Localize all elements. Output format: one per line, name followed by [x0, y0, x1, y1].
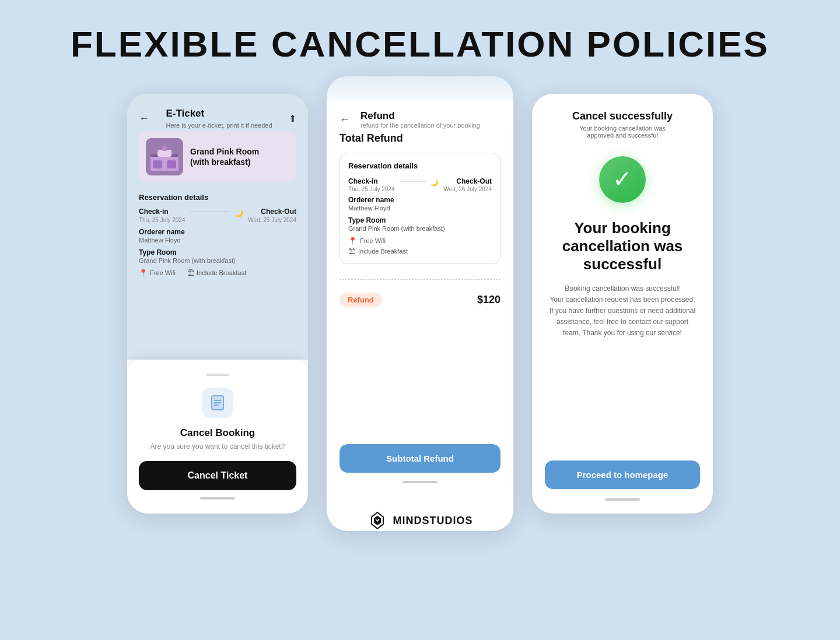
- phone2-top-blur: [327, 76, 513, 100]
- phone2-checkin-date: Thu, 25 July 2024: [348, 186, 395, 192]
- phone2-total-refund-title: Total Refund: [340, 132, 501, 145]
- phone1-title: E-Ticket: [166, 108, 272, 119]
- phone3-home-bar: [605, 498, 640, 501]
- phone1-nav: ← E-Ticket Here is your e-ticket, print …: [139, 108, 296, 129]
- phone1-check-row: Check-in Thu, 25 July 2024 🌙 Check-Out W…: [139, 208, 296, 223]
- phone2-breakfast-icon: ⛱: [348, 247, 355, 255]
- phone2-refund-row: Refund $120: [340, 287, 501, 313]
- subtotal-refund-button[interactable]: Subtotal Refund: [340, 444, 501, 473]
- phone1-checkin-date: Thu, 25 July 2024: [139, 217, 186, 223]
- check-icon: ✓: [612, 167, 632, 191]
- proceed-homepage-button[interactable]: Proceed to homepage: [545, 460, 700, 489]
- brand-logo-icon: [367, 510, 388, 531]
- phone2-body: ← Refund refund for the cancellation of …: [327, 100, 513, 498]
- phone-1: ← E-Ticket Here is your e-ticket, print …: [127, 94, 308, 514]
- phone1-checkin-label: Check-in: [139, 208, 186, 216]
- phone2-breakfast-label: Include Breakfast: [358, 248, 408, 255]
- phone2-wifi-label: Free Wifi: [360, 237, 386, 244]
- phone1-checkout-label: Check-Out: [248, 208, 296, 216]
- refund-badge: Refund: [340, 293, 382, 307]
- phone1-checkout-date: Wed, 25 July 2024: [248, 217, 296, 223]
- phone2-check-row: Check-in Thu, 25 July 2024 🌙 Check-Out W…: [348, 177, 492, 192]
- brand-row: MINDSTUDIOS: [327, 510, 513, 531]
- phone2-back-icon[interactable]: ←: [340, 114, 350, 126]
- phone1-home-bar: [200, 497, 235, 500]
- phone2-nav: ← Refund refund for the cancellation of …: [340, 100, 501, 132]
- breakfast-icon: ⛱: [187, 269, 194, 277]
- svg-rect-5: [153, 160, 162, 168]
- phone2-moon-icon: 🌙: [430, 179, 439, 187]
- phone1-room-name: Grand Pink Room (with breakfast): [190, 146, 259, 167]
- phone1-amenities: 📍 Free Wifi ⛱ Include Breakfast: [139, 269, 296, 277]
- phone2-orderer-row: Orderer name Matthew Floyd: [348, 196, 492, 212]
- phone3-cancel-title: Cancel successfully: [572, 110, 673, 122]
- phone3-cancel-sub: Your booking cancellation was approved a…: [579, 125, 666, 139]
- location-icon: 📍: [139, 269, 148, 277]
- phone2-spacer: [340, 313, 501, 438]
- svg-rect-4: [162, 146, 167, 151]
- phone2-res-section-title: Reservation details: [348, 161, 492, 170]
- moon-icon: 🌙: [235, 209, 243, 217]
- svg-rect-6: [167, 160, 176, 168]
- phone-3: Cancel successfully Your booking cancell…: [532, 94, 713, 514]
- phone1-sheet-subtitle: Are you sure you want to cancel this tic…: [139, 442, 296, 451]
- phone3-booking-title: Your booking cancellation was successful: [562, 219, 683, 274]
- phone2-title: Refund: [360, 110, 480, 122]
- phone1-sheet-title: Cancel Booking: [139, 427, 296, 439]
- phone1-orderer-row: Orderer name Matthew Floyd: [139, 228, 296, 244]
- phone2-checkout-label: Check-Out: [443, 177, 492, 185]
- phone1-room-card: Grand Pink Room (with breakfast): [139, 131, 296, 182]
- phone1-nav-subtitle: Here is your e-ticket, print it if neede…: [166, 122, 272, 129]
- phone1-room-image: [146, 138, 183, 175]
- page-title: FLEXIBLE CANCELLATION POLICIES: [71, 23, 769, 65]
- phone2-home-bar: [402, 481, 438, 483]
- phone2-wifi-amenity: 📍 Free Wifi: [348, 237, 492, 245]
- cancel-ticket-button[interactable]: Cancel Ticket: [139, 461, 296, 490]
- phone2-subtitle: refund for the cancellation of your book…: [360, 122, 480, 129]
- phone1-top-section: ← E-Ticket Here is your e-ticket, print …: [127, 94, 308, 360]
- success-circle: ✓: [599, 156, 646, 203]
- phone1-reservation-title: Reservation details: [139, 193, 296, 202]
- refund-amount: $120: [477, 294, 501, 306]
- phone2-reservation-section: Reservation details Check-in Thu, 25 Jul…: [340, 153, 501, 264]
- phone2-breakfast-amenity: ⛱ Include Breakfast: [348, 247, 492, 255]
- back-icon[interactable]: ←: [139, 112, 149, 125]
- phone2-wifi-icon: 📍: [348, 237, 357, 245]
- phone2-typeroom-row: Type Room Grand Pink Room (with breakfas…: [348, 216, 492, 232]
- phone-2: ← Refund refund for the cancellation of …: [327, 76, 513, 531]
- sheet-icon: [202, 388, 233, 418]
- brand-name: MINDSTUDIOS: [393, 515, 473, 527]
- share-icon[interactable]: ⬆: [289, 113, 296, 124]
- phones-row: ← E-Ticket Here is your e-ticket, print …: [35, 94, 805, 531]
- breakfast-label: Include Breakfast: [197, 269, 246, 276]
- phone1-typeroom-row: Type Room Grand Pink Room (with breakfas…: [139, 248, 296, 264]
- phone2-checkin-label: Check-in: [348, 177, 395, 185]
- phone1-bottom-sheet: Cancel Booking Are you sure you want to …: [127, 360, 308, 514]
- phone2-divider: [340, 279, 501, 280]
- sheet-handle: [206, 374, 229, 376]
- phone3-booking-body: Booking cancellation was successful! You…: [550, 283, 695, 339]
- phone2-checkout-date: Wed, 26 July 2024: [443, 186, 492, 192]
- wifi-label: Free Wifi: [150, 269, 176, 276]
